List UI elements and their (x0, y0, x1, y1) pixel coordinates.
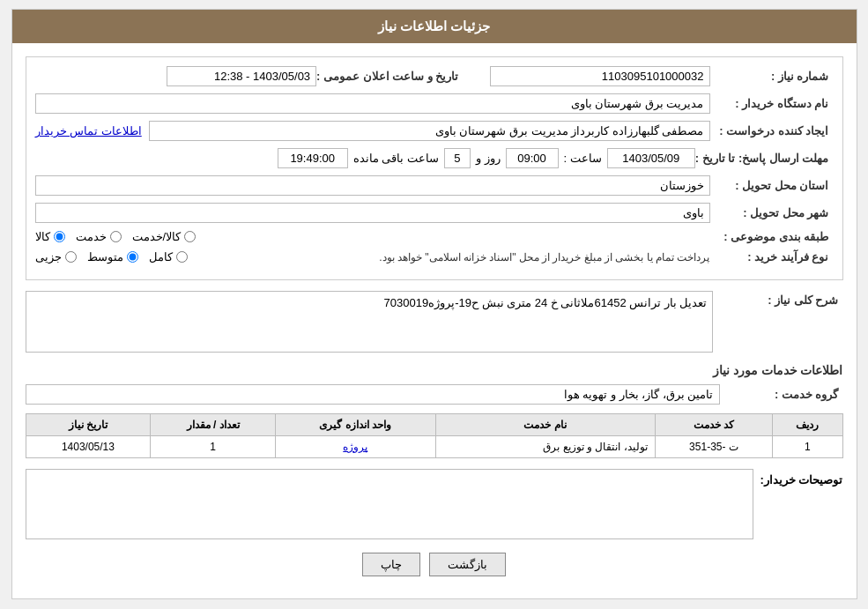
response-time-label: ساعت : (559, 152, 607, 165)
service-group-row: گروه خدمت : تامین برق، گاز، بخار و تهویه… (26, 384, 843, 405)
print-button[interactable]: چاپ (362, 553, 420, 576)
unit-link[interactable]: پروژه (343, 441, 367, 453)
response-remaining: 19:49:00 (278, 148, 348, 168)
col-header-unit: واحد اندازه گیری (276, 414, 436, 436)
col-header-service-code: کد خدمت (655, 414, 773, 436)
need-description-section: شرح کلی نیاز : تعدیل بار ترانس 61452ملاث… (26, 291, 843, 353)
announcement-label: تاریخ و ساعت اعلان عمومی : (316, 70, 463, 83)
category-label-khedmat: خدمت (76, 230, 107, 243)
response-remaining-label: ساعت باقی مانده (348, 152, 444, 165)
purchase-radio-medium[interactable] (127, 251, 138, 263)
col-header-service-name: نام خدمت (435, 414, 655, 436)
category-row: طبقه بندی موضوعی : کالا/خدمت خدمت کالا (35, 230, 834, 243)
creator-value: مصطفی گلبهارزاده کاربرداز مدیریت برق شهر… (149, 121, 710, 141)
contact-link[interactable]: اطلاعات تماس خریدار (35, 124, 142, 137)
category-label-kala-khedmat: کالا/خدمت (132, 230, 182, 243)
buyer-value: مدیریت برق شهرستان باوی (35, 93, 710, 114)
content-area: شماره نیاز : 1103095101000032 تاریخ و سا… (12, 43, 857, 598)
purchase-type-small: جزیی (35, 250, 77, 264)
services-table-section: ردیف کد خدمت نام خدمت واحد اندازه گیری ت… (26, 413, 843, 458)
back-button[interactable]: بازگشت (429, 553, 506, 576)
services-section-title: اطلاعات خدمات مورد نیاز (26, 363, 843, 377)
buyer-description-label: توصیحات خریدار: (760, 469, 843, 486)
category-option-kala-khedmat: کالا/خدمت (132, 230, 197, 243)
cell-quantity: 1 (151, 436, 276, 458)
response-date: 1403/05/09 (607, 148, 695, 168)
buyer-description-section: توصیحات خریدار: (26, 469, 843, 539)
purchase-type-label: نوع فرآیند خرید : (710, 250, 834, 264)
creator-label: ایجاد کننده درخواست : (710, 124, 834, 137)
page-header: جزئیات اطلاعات نیاز (12, 10, 857, 43)
category-radio-kala[interactable] (54, 231, 65, 242)
button-row: بازگشت چاپ (26, 553, 843, 576)
purchase-type-full: کامل (149, 250, 188, 264)
purchase-label-medium: متوسط (87, 250, 123, 264)
city-value: باوی (35, 203, 710, 223)
category-option-khedmat: خدمت (76, 230, 122, 243)
table-row: 1 ت -35-351 تولید، انتقال و توزیع برق پر… (26, 436, 842, 458)
province-row: استان محل تحویل : خوزستان (35, 175, 834, 196)
province-label: استان محل تحویل : (710, 179, 834, 192)
table-header-row: ردیف کد خدمت نام خدمت واحد اندازه گیری ت… (26, 414, 842, 436)
buyer-label: نام دستگاه خریدار : (710, 97, 834, 110)
cell-service-name: تولید، انتقال و توزیع برق (435, 436, 655, 458)
purchase-note: پرداخت تمام یا بخشی از مبلغ خریدار از مح… (195, 251, 710, 264)
col-header-quantity: تعداد / مقدار (151, 414, 276, 436)
city-row: شهر محل تحویل : باوی (35, 203, 834, 223)
category-radio-kala-khedmat[interactable] (184, 231, 196, 242)
buyer-name-row: نام دستگاه خریدار : مدیریت برق شهرستان ب… (35, 93, 834, 114)
creator-row: ایجاد کننده درخواست : مصطفی گلبهارزاده ک… (35, 121, 834, 141)
need-number-value: 1103095101000032 (490, 66, 710, 86)
response-deadline-label: مهلت ارسال پاسخ: تا تاریخ : (695, 152, 834, 165)
category-radio-khedmat[interactable] (110, 231, 122, 242)
response-days: 5 (444, 148, 471, 168)
response-day-label: روز و (471, 152, 506, 165)
need-number-row: شماره نیاز : 1103095101000032 تاریخ و سا… (35, 66, 834, 86)
need-description-label: شرح کلی نیاز : (720, 291, 843, 307)
buyer-description-textarea[interactable] (26, 469, 753, 539)
col-header-rownum: ردیف (773, 414, 842, 436)
main-info-section: شماره نیاز : 1103095101000032 تاریخ و سا… (26, 56, 843, 280)
purchase-type-radio-group: کامل متوسط جزیی (35, 250, 188, 264)
col-header-date: تاریخ نیاز (26, 414, 151, 436)
purchase-label-full: کامل (149, 250, 173, 264)
cell-rownum: 1 (773, 436, 842, 458)
province-value: خوزستان (35, 175, 710, 196)
category-radio-group: کالا/خدمت خدمت کالا (35, 230, 710, 243)
response-time: 09:00 (506, 148, 559, 168)
service-group-value: تامین برق، گاز، بخار و تهویه هوا (26, 384, 720, 405)
need-description-textarea[interactable]: تعدیل بار ترانس 61452ملاثانی خ 24 متری ن… (26, 291, 713, 353)
category-label-kala: کالا (35, 230, 50, 243)
purchase-type-row: نوع فرآیند خرید : پرداخت تمام یا بخشی از… (35, 250, 834, 264)
purchase-label-small: جزیی (35, 250, 62, 264)
category-option-kala: کالا (35, 230, 65, 243)
purchase-radio-full[interactable] (176, 251, 188, 263)
cell-unit: پروژه (276, 436, 436, 458)
service-group-label: گروه خدمت : (720, 388, 843, 401)
purchase-radio-small[interactable] (65, 251, 77, 263)
announcement-value: 1403/05/03 - 12:38 (167, 66, 316, 86)
page-title: جزئیات اطلاعات نیاز (378, 19, 490, 33)
city-label: شهر محل تحویل : (710, 206, 834, 219)
response-deadline-row: مهلت ارسال پاسخ: تا تاریخ : 1403/05/09 س… (35, 148, 834, 168)
page-container: جزئیات اطلاعات نیاز شماره نیاز : 1103095… (11, 9, 857, 599)
need-number-label: شماره نیاز : (710, 70, 834, 83)
purchase-type-medium: متوسط (87, 250, 138, 264)
services-table: ردیف کد خدمت نام خدمت واحد اندازه گیری ت… (26, 413, 843, 458)
cell-date: 1403/05/13 (26, 436, 151, 458)
cell-service-code: ت -35-351 (655, 436, 773, 458)
category-label: طبقه بندی موضوعی : (710, 230, 834, 243)
